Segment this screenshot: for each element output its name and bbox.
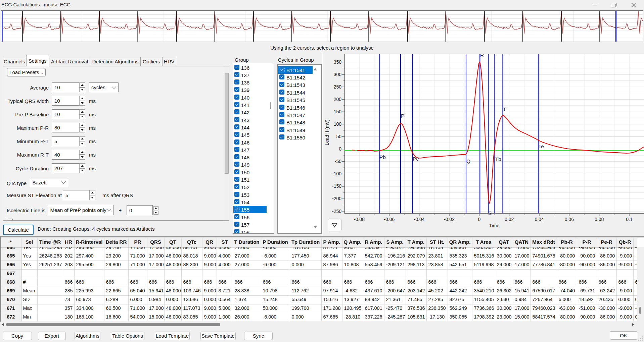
svg-text:-100: -100 <box>332 171 341 176</box>
svg-text:-250: -250 <box>332 209 341 214</box>
svg-text:Pe: Pe <box>413 156 419 162</box>
svg-text:-0.06: -0.06 <box>384 217 395 222</box>
svg-text:-50: -50 <box>335 159 341 164</box>
svg-text:300: 300 <box>334 72 342 77</box>
svg-text:100: 100 <box>334 121 342 127</box>
svg-text:Tb: Tb <box>495 156 501 162</box>
svg-text:0: 0 <box>339 146 341 152</box>
svg-text:-0.02: -0.02 <box>444 217 455 222</box>
svg-text:P: P <box>401 113 404 119</box>
svg-text:Te: Te <box>539 144 544 149</box>
svg-text:R: R <box>480 52 484 58</box>
svg-text:0: 0 <box>478 217 480 222</box>
svg-text:S: S <box>488 210 492 216</box>
svg-text:Time: Time <box>489 223 500 228</box>
svg-text:-0.04: -0.04 <box>414 217 425 222</box>
svg-text:250: 250 <box>334 84 342 90</box>
svg-text:0.06: 0.06 <box>565 217 574 222</box>
svg-text:Q: Q <box>466 158 470 164</box>
svg-text:-150: -150 <box>332 183 341 189</box>
svg-text:350: 350 <box>334 59 342 65</box>
svg-text:50: 50 <box>336 134 341 139</box>
svg-text:150: 150 <box>334 109 342 114</box>
svg-text:-0.08: -0.08 <box>354 217 365 222</box>
svg-text:0.04: 0.04 <box>535 217 544 222</box>
svg-text:0.08: 0.08 <box>595 217 604 222</box>
svg-text:T: T <box>503 106 506 112</box>
svg-text:0.1: 0.1 <box>626 217 633 222</box>
svg-text:Lead II (mV): Lead II (mV) <box>324 119 330 145</box>
svg-text:Pb: Pb <box>379 154 386 160</box>
svg-text:0.02: 0.02 <box>505 217 514 222</box>
svg-text:200: 200 <box>334 97 342 102</box>
svg-text:-200: -200 <box>332 196 341 201</box>
